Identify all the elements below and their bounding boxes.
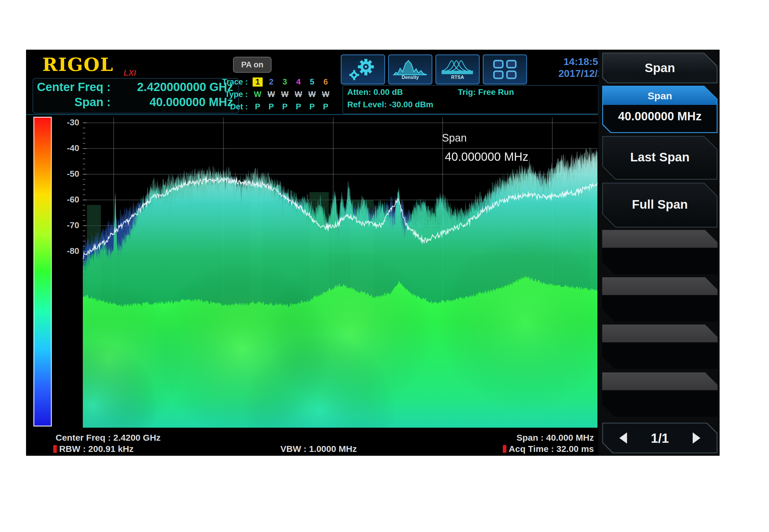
trace-number: 5 <box>305 77 319 87</box>
rtsa-view-button[interactable]: RTSA <box>436 54 480 85</box>
status-box: Atten: 0.00 dB Ref Level: -30.00 dBm Tri… <box>342 85 599 114</box>
trace-number: 6 <box>319 77 332 87</box>
trace-number: 4 <box>292 77 305 87</box>
trace-det: P <box>251 102 264 111</box>
settings-gears-icon <box>346 58 379 81</box>
footer-vbw: VBW : 1.0000 MHz <box>280 444 357 454</box>
footer-span: Span : 40.000 MHz <box>517 433 594 443</box>
y-axis-label: -40 <box>54 143 79 153</box>
softkey-empty-slot <box>602 372 718 417</box>
y-axis-label: -80 <box>54 246 79 256</box>
trace-dets: PPPPPP <box>251 102 332 111</box>
softkey-full-span-label: Full Span <box>602 197 718 212</box>
pager-next-arrow-icon[interactable] <box>693 432 700 444</box>
span-annotation-value: 40.000000 MHz <box>445 150 528 163</box>
trace-table: Trace : 123456 Type : WWWWWW Det : PPPPP… <box>218 76 345 113</box>
layout-button[interactable] <box>483 54 527 85</box>
softkey-last-span[interactable]: Last Span <box>602 136 718 180</box>
trace-det: P <box>319 102 332 111</box>
density-colorbar <box>33 117 52 426</box>
trace-det: P <box>278 102 292 111</box>
frequency-readout-box: Center Freq : 2.420000000 GHz Span : 40.… <box>33 78 239 113</box>
softkey-empty-slot <box>602 277 718 322</box>
trig-readout: Trig: Free Run <box>458 87 514 97</box>
trace-number: 3 <box>278 77 292 87</box>
y-axis-label: -50 <box>54 169 79 179</box>
softkey-span-label: Span <box>603 90 717 102</box>
softkey-span-active[interactable]: Span 40.000000 MHz <box>602 86 718 133</box>
trace-type: W <box>251 90 264 99</box>
trace-type: W <box>264 90 278 99</box>
trace-row-label: Trace : <box>218 77 251 87</box>
trace-type: W <box>292 90 305 99</box>
spectrum-canvas <box>83 117 598 428</box>
softkey-empty-slot <box>602 230 718 274</box>
trace-det: P <box>264 102 278 111</box>
lxi-badge: LXI <box>124 69 136 78</box>
trace-number: 2 <box>264 77 278 87</box>
trace-type: W <box>305 90 319 99</box>
pa-on-badge: PA on <box>233 57 271 73</box>
softkey-last-span-label: Last Span <box>602 150 718 164</box>
rtsa-icon-label: RTSA <box>451 75 464 80</box>
softkey-span-value: 40.000000 MHz <box>603 110 717 123</box>
center-freq-value: 2.420000000 GHz <box>115 80 233 94</box>
trace-number: 1 <box>251 77 264 87</box>
span-label: Span : <box>75 95 111 109</box>
layout-grid-icon <box>489 58 521 81</box>
menu-title: Span <box>602 53 718 83</box>
footer-rbw: RBW : 200.91 kHz <box>53 444 134 454</box>
atten-readout: Atten: 0.00 dB <box>347 87 403 97</box>
y-axis-label: -70 <box>54 220 79 230</box>
header-separator <box>26 114 598 115</box>
rigol-logo: RIGOL <box>42 54 114 75</box>
menu-title-label: Span <box>602 61 718 75</box>
footer-acq-time: Acq Time : 32.00 ms <box>503 444 594 454</box>
trace-det: P <box>292 102 305 111</box>
density-icon <box>393 59 428 76</box>
analyzer-screen: RIGOL LXI PA on Center Freq : 2.42000000… <box>26 50 720 456</box>
bottom-status-bar: Center Freq : 2.4200 GHz RBW : 200.91 kH… <box>26 430 598 456</box>
trace-numbers: 123456 <box>251 77 332 87</box>
menu-pager: 1/1 <box>602 423 718 453</box>
softkey-menu: Span Span 40.000000 MHz Last Span Full S… <box>598 50 720 456</box>
rtsa-icon <box>440 59 475 76</box>
softkey-full-span[interactable]: Full Span <box>602 183 718 228</box>
coupled-marker-icon <box>503 445 506 453</box>
trace-types: WWWWWW <box>251 90 332 99</box>
ref-level-readout: Ref Level: -30.00 dBm <box>347 100 433 109</box>
y-axis-label: -30 <box>54 118 79 127</box>
center-freq-label: Center Freq : <box>37 80 111 94</box>
density-view-button[interactable]: Density <box>388 54 433 85</box>
page-background: RIGOL LXI PA on Center Freq : 2.42000000… <box>0 0 769 532</box>
trace-type: W <box>319 90 332 99</box>
det-row-label: Det : <box>218 102 251 111</box>
pa-on-label: PA on <box>241 60 263 69</box>
softkey-empty-slot <box>602 325 718 369</box>
footer-center-freq: Center Freq : 2.4200 GHz <box>56 433 161 443</box>
trace-type: W <box>278 90 292 99</box>
density-icon-label: Density <box>402 75 419 80</box>
settings-button[interactable] <box>341 54 385 85</box>
span-value: 40.000000 MHz <box>115 95 233 109</box>
span-annotation-label: Span <box>442 132 467 144</box>
chart-area: Span 40.000000 MHz -30-40-50-60-70-80 <box>26 115 598 431</box>
y-axis-label: -60 <box>54 195 79 205</box>
trace-det: P <box>305 102 319 111</box>
type-row-label: Type : <box>218 90 251 99</box>
coupled-marker-icon <box>53 445 57 453</box>
